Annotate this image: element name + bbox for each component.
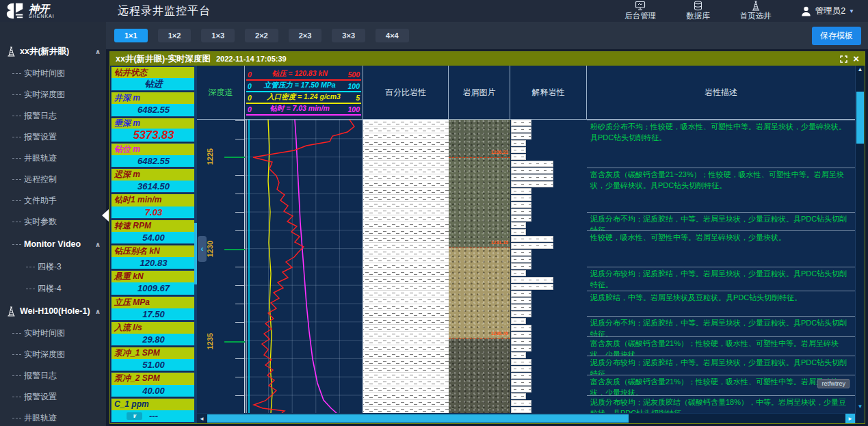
menu-label: 后台管理 [624,11,656,21]
sidebar-item-四楼-4[interactable]: 四楼-4 [0,278,106,299]
cuttings-photo-header: 岩屑图片 [449,66,510,119]
layout-button-1×1[interactable]: 1×1 [114,29,148,42]
chart-body: 122512301235 1226.211231.151236.76 粉砂质分布… [197,120,855,413]
interpreted-lithology-block [511,256,531,263]
window-title: xx井(新井眼)-实时深度图 [116,53,211,65]
user-menu[interactable]: 管理员2 ▼ [800,5,854,17]
parameter-dropdown-icon[interactable]: ∨ [127,412,142,420]
sidebar-item-实时参数[interactable]: 实时参数 [0,211,106,232]
brand: 神开 SHENKAI [5,3,108,19]
interpreted-lithology-block [511,297,531,304]
menu-item-首页选井[interactable]: 首页选井 [740,1,772,21]
parameter-card: 转速 RPM54.00 [111,219,196,244]
lithology-pattern-row [363,263,449,270]
depth-minor-tick [235,194,245,194]
shenkai-logo-icon [5,3,25,19]
lithology-pattern-row [363,229,449,236]
curve-track [245,120,363,413]
sidebar-item-报警设置[interactable]: 报警设置 [0,386,106,408]
tree-well-xx井(新井眼)[interactable]: xx井(新井眼)∧ [0,40,106,63]
sidebar-item-实时时间图[interactable]: 实时时间图 [0,323,106,344]
interpreted-lithology-block [511,243,553,249]
lithology-pattern-row [363,209,449,215]
lithology-pattern-row [363,284,449,291]
lithology-description: 泥质分布较均；泥质胶结，中等。岩屑呈块状，少量豆粒状。具PDC钻头切削特征。 [587,356,855,375]
interpreted-lithology-block [511,120,531,126]
sidebar-item-井眼轨迹[interactable]: 井眼轨迹 [0,408,106,426]
parameter-card: 入流 l/s29.80 [111,321,196,346]
sidebar-item-远程控制[interactable]: 远程控制 [0,169,106,190]
window-titlebar[interactable]: xx井(新井眼)-实时深度图 2022-11-14 17:05:39 × [110,52,865,66]
horizontal-scroll-track[interactable] [207,414,845,423]
lithology-pattern-row [363,174,449,181]
lithology-pattern-row [363,359,449,366]
lithology-pattern-row [363,297,449,304]
lithology-description: 泥质分布不均；泥质胶结，中等。岩屑呈块状，少量豆粒状。具PDC钻头切削特征。 [587,212,855,230]
depth-minor-tick [235,395,245,396]
window-body: 钻井状态钻进井深 m6482.55垂深 m5373.83钻位 m6482.55迟… [110,66,865,423]
tree-well-Wei-H100(Hole-1)[interactable]: Wei-H100(Hole-1)∧ [0,299,106,323]
horizontal-scrollbar[interactable]: ◄ ► [197,413,855,423]
tree-group-Monitor Video[interactable]: Monitor Video∧ [0,232,106,256]
vertical-scroll-thumb[interactable] [856,92,864,144]
menu-label: 数据库 [686,11,710,21]
sidebar-item-实时深度图[interactable]: 实时深度图 [0,344,106,365]
fullscreen-icon[interactable] [840,55,847,63]
interpreted-lithology-block [511,263,531,269]
sidebar-item-文件助手[interactable]: 文件助手 [0,190,106,211]
parameter-value: 120.83 [111,257,196,269]
horizontal-scroll-thumb[interactable] [207,414,629,423]
layout-button-2×3[interactable]: 2×3 [289,29,322,42]
interpreted-lithology-block [511,338,531,345]
save-template-button[interactable]: 保存模板 [812,27,861,45]
lithology-pattern-row [363,318,449,325]
vertical-scrollbar[interactable]: ▲ ▼ [855,66,865,423]
sidebar-collapse-handle[interactable] [102,209,109,222]
lithology-pattern-row [363,215,449,222]
lithology-pattern-row [363,345,449,352]
sidebar-item-报警设置[interactable]: 报警设置 [0,127,106,148]
parameter-card: 泵冲_2 SPM40.00 [111,372,196,397]
sidebar-item-井眼轨迹[interactable]: 井眼轨迹 [0,148,106,169]
parameter-panel-collapse-handle[interactable]: ‹ [198,236,207,262]
parameter-card: 泵冲_1 SPM51.00 [111,347,196,371]
lithology-description: 泥质分布不均；泥质胶结，中等。岩屑呈块状，少量豆粒状。具PDC钻头切削特征。 [587,316,855,336]
parameter-value: 29.80 [111,334,196,345]
lithology-pattern-row [363,127,449,133]
scroll-up-icon[interactable]: ▲ [856,66,865,72]
interpreted-lithology-block [511,188,531,194]
interpreted-lithology-block [511,133,531,139]
parameter-value: 7.03 [111,207,196,218]
interpreted-lithology-block [511,345,531,351]
scroll-left-icon[interactable]: ◄ [197,414,207,423]
layout-button-1×2[interactable]: 1×2 [158,29,192,42]
user-name: 管理员2 [815,5,845,17]
layout-button-4×4[interactable]: 4×4 [376,29,409,42]
interpreted-lithology-block [511,393,526,399]
interpreted-lithology-block [511,127,531,133]
lithology-description: 泥质分布较均；泥灰质胶结（碳酸钙含量18%），中等。岩屑呈块状，少量豆粒状。具P… [587,395,855,413]
parameter-label: 钻井状态 [111,67,196,78]
photo-boundary-line [449,338,510,339]
menu-item-数据库[interactable]: 数据库 [686,1,710,21]
lithology-description-header: 岩性描述 [587,66,855,119]
sidebar-item-四楼-3[interactable]: 四楼-3 [0,256,106,278]
layout-button-2×2[interactable]: 2×2 [245,29,278,42]
close-icon[interactable]: × [853,54,859,64]
sidebar-item-报警日志[interactable]: 报警日志 [0,105,106,127]
depth-major-tick [224,341,245,343]
parameter-card: 钻压别名 kN120.83 [111,245,196,269]
scroll-right-icon[interactable]: ► [845,414,855,423]
sidebar-item-实时深度图[interactable]: 实时深度图 [0,84,106,105]
lithology-pattern-row [363,133,449,140]
layout-button-3×3[interactable]: 3×3 [332,29,365,42]
menu-item-后台管理[interactable]: 后台管理 [624,1,656,21]
top-header: 神开 SHENKAI 远程录井监控平台 后台管理数据库首页选井 管理员2 ▼ [0,0,868,22]
interpreted-lithology-block [511,400,531,406]
sidebar-item-实时时间图[interactable]: 实时时间图 [0,63,106,84]
sidebar-item-报警日志[interactable]: 报警日志 [0,365,106,386]
monitor-icon [635,1,646,11]
lithology-pattern-row [363,393,449,400]
scroll-down-icon[interactable]: ▼ [856,403,865,410]
layout-button-1×3[interactable]: 1×3 [201,29,235,42]
